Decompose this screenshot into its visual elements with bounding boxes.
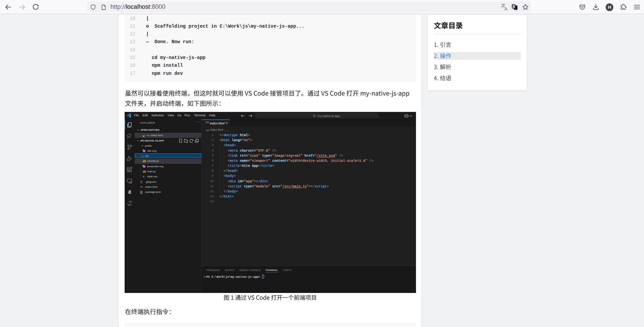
svg-text:JS: JS bbox=[142, 170, 146, 173]
svg-text:JS: JS bbox=[142, 159, 146, 163]
svg-text:#: # bbox=[143, 175, 144, 178]
svg-text:A: A bbox=[505, 6, 508, 11]
svg-text:{}: {} bbox=[140, 190, 143, 194]
svg-text:A: A bbox=[513, 4, 515, 8]
